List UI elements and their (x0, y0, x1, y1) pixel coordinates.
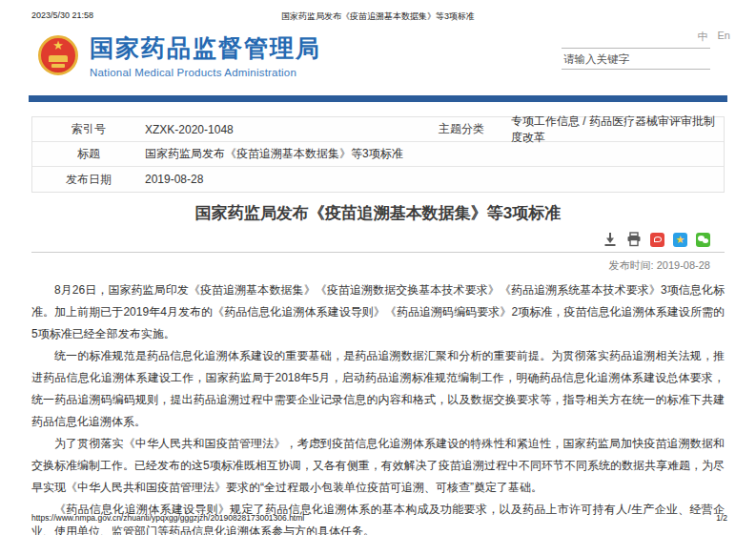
article-body: 8月26日，国家药监局印发《疫苗追溯基本数据集》《疫苗追溯数据交换基本技术要求》… (31, 279, 725, 535)
search-input[interactable] (562, 48, 710, 70)
qzone-share-icon[interactable]: ★ (673, 233, 687, 247)
print-icon[interactable] (626, 232, 642, 247)
publish-time-value: 2019-08-28 (657, 259, 710, 271)
article-title: 国家药监局发布《疫苗追溯基本数据集》等3项标准 (31, 202, 725, 224)
print-footer-url: https://www.nmpa.gov.cn/zhuanti/ypqxgg/g… (31, 513, 304, 523)
table-row: 标题 国家药监局发布《疫苗追溯基本数据集》等3项标准 (32, 142, 724, 167)
wechat-bubble (703, 238, 708, 243)
brand-text: 国家药品监督管理局 National Medical Products Admi… (90, 32, 321, 78)
article-paragraph: 为了贯彻落实《中华人民共和国疫苗管理法》，考虑到疫苗信息化追溯体系建设的特殊性和… (31, 433, 725, 499)
publish-time-label: 发布时间: (609, 259, 654, 271)
article-paragraph: 统一的标准规范是药品信息化追溯体系建设的重要基础，是药品追溯数据汇聚和分析的重要… (31, 345, 725, 433)
table-row: 发布日期 2019-08-28 (32, 167, 724, 192)
wechat-share-icon[interactable] (696, 233, 710, 247)
print-doc-title: 国家药监局发布《疫苗追溯基本数据集》等3项标准 (0, 10, 756, 23)
index-number-label: 索引号 (32, 121, 145, 137)
emblem-star-icon: ★ (41, 39, 75, 51)
weibo-glyph (654, 237, 662, 242)
article-paragraph: 8月26日，国家药监局印发《疫苗追溯基本数据集》《疫苗追溯数据交换基本技术要求》… (31, 279, 725, 345)
download-icon[interactable] (603, 232, 618, 247)
release-date-label: 发布日期 (32, 172, 145, 188)
subject-category-value: 专项工作信息 / 药品医疗器械审评审批制度改革 (511, 113, 724, 146)
lang-zh-link[interactable]: 中 (698, 30, 708, 44)
lang-en-link[interactable]: En (718, 30, 730, 44)
page: 2023/5/30 21:58 国家药监局发布《疫苗追溯基本数据集》等3项标准 … (0, 0, 756, 535)
site-name-en: National Medical Products Administration (90, 67, 321, 78)
article-toolbar: ★ (31, 232, 710, 247)
document-info-table: 索引号 XZXK-2020-1048 主题分类 专项工作信息 / 药品医疗器械审… (31, 116, 725, 193)
language-switch: 中 En (698, 30, 730, 44)
site-brand: ★ 国家药品监督管理局 National Medical Products Ad… (38, 32, 321, 78)
site-name-zh: 国家药品监督管理局 (90, 32, 321, 64)
index-number-value: XZXK-2020-1048 (145, 123, 412, 136)
emblem-base-shape (51, 64, 65, 68)
subject-category-label: 主题分类 (412, 121, 511, 137)
release-date-value: 2019-08-28 (145, 173, 724, 186)
print-footer-page-indicator: 1/2 (716, 513, 727, 523)
title-label: 标题 (32, 146, 145, 162)
weibo-share-icon[interactable] (650, 233, 664, 247)
title-divider (31, 252, 725, 253)
title-value: 国家药监局发布《疫苗追溯基本数据集》等3项标准 (145, 146, 724, 162)
qzone-star-glyph: ★ (676, 233, 685, 247)
main-nav-bar[interactable] (29, 95, 727, 102)
national-emblem-logo: ★ (38, 35, 78, 75)
search-box (562, 48, 710, 70)
emblem-gate-shape (49, 55, 68, 62)
table-row: 索引号 XZXK-2020-1048 主题分类 专项工作信息 / 药品医疗器械审… (32, 117, 724, 142)
publish-time-line: 发布时间: 2019-08-28 (31, 258, 710, 273)
